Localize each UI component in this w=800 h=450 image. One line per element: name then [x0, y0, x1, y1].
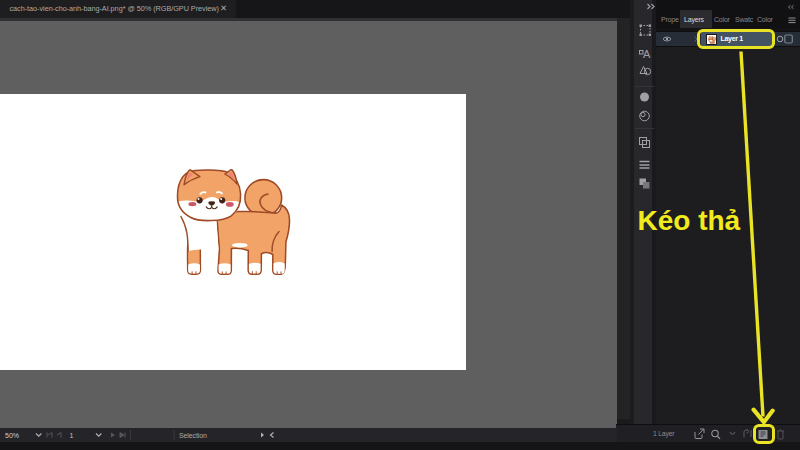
svg-text:1: 1: [70, 432, 74, 439]
svg-text:A: A: [643, 48, 651, 60]
